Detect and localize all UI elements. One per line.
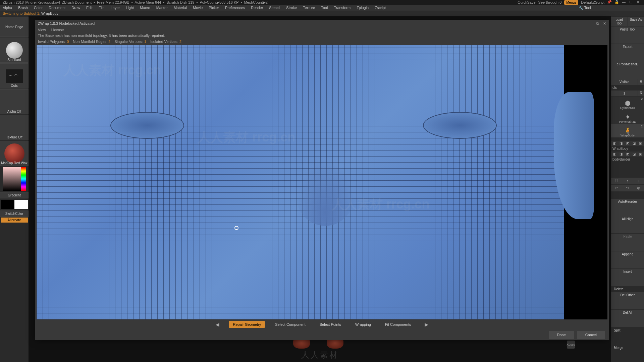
merge-button[interactable]: Merge (611, 345, 644, 362)
menu-draw[interactable]: Draw (71, 6, 80, 10)
stroke-swatch[interactable]: ⋯⋰⋱ Dots (0, 63, 29, 88)
nav-left-icon[interactable]: ↶ (611, 185, 622, 191)
pin-icon[interactable]: 📌 (607, 0, 612, 5)
step-next-icon[interactable]: ▶ (421, 322, 432, 327)
modal-header[interactable]: ZWrap 1.0.3 Nodelocked Activated — ⧉ ✕ (35, 20, 609, 27)
nav-up-icon[interactable]: ↑ (622, 178, 633, 184)
append-button[interactable]: Append (611, 251, 644, 268)
step-fit-components[interactable]: Fit Components (381, 321, 415, 328)
black-swatch[interactable] (1, 200, 14, 209)
menu-render[interactable]: Render (251, 6, 263, 10)
stat-nonmanifold-value: 2 (108, 40, 110, 44)
step-select-component[interactable]: Select Component (271, 321, 310, 328)
paste-button[interactable]: Paste (611, 234, 644, 251)
eye-left (110, 112, 184, 139)
switch-color-button[interactable]: SwitchColor (0, 210, 29, 217)
white-swatch[interactable] (14, 200, 28, 209)
bw-swatches[interactable] (1, 200, 28, 209)
menu-texture[interactable]: Texture (303, 6, 315, 10)
step-select-points[interactable]: Select Points (316, 321, 345, 328)
nav-down-icon[interactable]: ↓ (633, 178, 644, 184)
material-swatch[interactable]: MatCap Red Wax (0, 141, 29, 166)
modal-popout-icon[interactable]: ⧉ (596, 21, 599, 26)
step-prev-icon[interactable]: ◀ (212, 322, 223, 327)
menu-preferences[interactable]: Preferences (225, 6, 245, 10)
menu-transform[interactable]: Transform (334, 6, 351, 10)
default-zscript[interactable]: DefaultZScript (581, 0, 604, 4)
menu-marker[interactable]: Marker (156, 6, 168, 10)
num-1[interactable]: 1 (611, 90, 638, 96)
del-all-button[interactable]: Del All (611, 310, 644, 327)
close-icon[interactable]: ✕ (637, 0, 641, 5)
autoreorder-button[interactable]: AutoReorder (611, 199, 644, 216)
subtool-icon-row-1[interactable]: ◧◨◩◪▣ (611, 141, 644, 146)
modal-menu-view[interactable]: View (38, 28, 46, 32)
menu-light[interactable]: Light (126, 6, 134, 10)
home-page-button[interactable]: Home Page (0, 17, 29, 37)
all-high-button[interactable]: All High (611, 216, 644, 233)
step-repair-geometry[interactable]: Repair Geometry (229, 321, 265, 328)
del-other-button[interactable]: Del Other (611, 292, 644, 309)
menu-stencil[interactable]: Stencil (269, 6, 280, 10)
cancel-button[interactable]: Cancel (577, 331, 605, 339)
xpose-button[interactable]: Xpose (567, 341, 575, 349)
menu-document[interactable]: Document (49, 6, 65, 10)
menu-zscript[interactable]: Zscript (375, 6, 386, 10)
hue-slider[interactable] (21, 167, 26, 191)
stat-nonmanifold-label: Non-Manifold Edges: (73, 40, 107, 44)
subtool-1-label[interactable]: WrapBody (611, 146, 644, 151)
menu-material[interactable]: Material (174, 6, 187, 10)
paste-tool-button[interactable]: Paste Tool (611, 26, 644, 44)
menu-tool[interactable]: Tool (321, 6, 328, 10)
stat-isolated-value: 2 (179, 40, 181, 44)
nav-right-icon[interactable]: ↷ (622, 185, 633, 191)
export-button[interactable]: Export (611, 44, 644, 61)
step-wrapping[interactable]: Wrapping (351, 321, 375, 328)
menu-zplugin[interactable]: Zplugin (357, 6, 369, 10)
alternate-button[interactable]: Alternate (1, 218, 28, 223)
texture-label: Texture Off (6, 135, 22, 139)
save-as-button[interactable]: Save As (628, 17, 644, 26)
done-button[interactable]: Done (549, 331, 574, 339)
color-picker[interactable] (3, 167, 26, 191)
menu-brush[interactable]: Brush (18, 6, 28, 10)
gradient-button[interactable]: Gradient (0, 192, 29, 198)
modal-menu-license[interactable]: License (51, 28, 64, 32)
menu-macro[interactable]: Macro (140, 6, 150, 10)
menu-layer[interactable]: Layer (111, 6, 120, 10)
menu-movie[interactable]: Movie (193, 6, 203, 10)
minimize-icon[interactable]: — (622, 0, 627, 5)
split-button[interactable]: Split (611, 327, 644, 345)
tool-swatch-wrapbody[interactable]: 2 🧍 WrapBody (611, 124, 644, 137)
menu-alpha[interactable]: Alpha (3, 6, 12, 10)
menu-edit[interactable]: Edit (86, 6, 93, 10)
tool-swatch-cylinder[interactable]: 2 ⬢ Cylinder3D (611, 97, 644, 110)
see-through[interactable]: See-through 0 (538, 0, 562, 4)
modal-minimize-icon[interactable]: — (589, 21, 592, 26)
delete-button[interactable]: Delete (611, 286, 644, 292)
menu-file[interactable]: File (99, 6, 105, 10)
texture-swatch[interactable]: Texture Off (0, 115, 29, 140)
subtool-2-label[interactable]: bodyBuilder (611, 157, 644, 162)
menu-color[interactable]: Color (34, 6, 43, 10)
nav-target-icon[interactable]: ⊕ (633, 185, 644, 191)
subtool-icon-row-2[interactable]: ◧◨◩◪▣ (611, 152, 644, 157)
menu-picker[interactable]: Picker (209, 6, 219, 10)
nav-up-all-icon[interactable]: ⇈ (611, 178, 622, 184)
modal-viewport[interactable]: 人人素材 rrcg.cn 人人素材 rrcg.cn 人人素材 rrcg.cn (37, 45, 607, 319)
polymesh3d-a-button[interactable]: e PolyMesh3D (611, 61, 644, 78)
insert-button[interactable]: Insert (611, 269, 644, 286)
r-button-1[interactable]: R (638, 79, 644, 85)
brush-swatch[interactable]: Standard (0, 38, 29, 63)
menus-button[interactable]: Menus (564, 0, 578, 5)
visible-button[interactable]: Visible (611, 79, 638, 85)
load-tool-button[interactable]: Load Tool (611, 17, 628, 26)
tool-swatch-polymesh[interactable]: ✦ PolyMesh3D (611, 110, 644, 124)
maximize-icon[interactable]: ☐ (629, 0, 634, 5)
menu-stroke[interactable]: Stroke (286, 6, 297, 10)
alpha-swatch[interactable]: Alpha Off (0, 89, 29, 114)
lock-icon[interactable]: 🔒 (614, 0, 619, 5)
r-button-2[interactable]: R (638, 90, 644, 96)
quicksave-button[interactable]: QuickSave (518, 0, 535, 4)
modal-close-icon[interactable]: ✕ (603, 21, 606, 26)
